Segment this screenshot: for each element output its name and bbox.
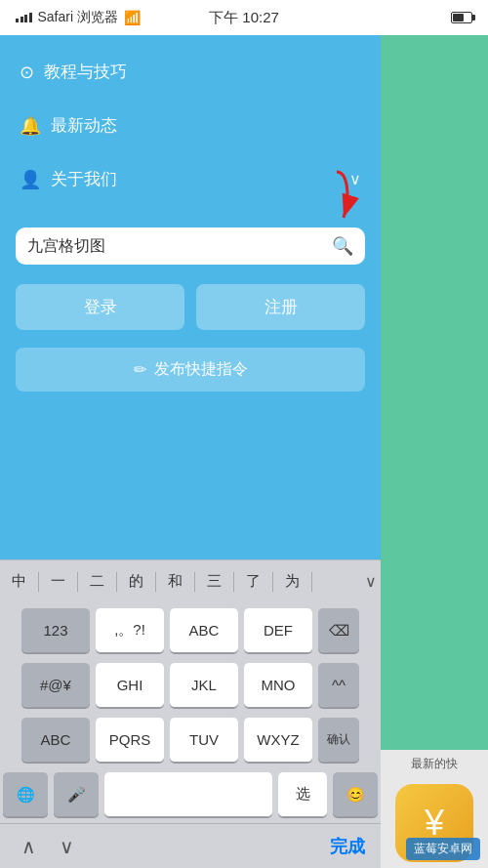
globe-icon: 🌐 xyxy=(17,786,35,804)
suggestion-he[interactable]: 和 xyxy=(160,568,190,595)
suggestion-er[interactable]: 二 xyxy=(82,568,112,595)
key-special[interactable]: #@¥ xyxy=(21,663,90,708)
publish-area: ✏ 发布快捷指令 xyxy=(0,338,381,401)
key-abc[interactable]: ABC xyxy=(170,608,238,653)
toolbar: ∧ ∨ 完成 xyxy=(0,823,381,868)
divider xyxy=(272,572,273,592)
key-mno[interactable]: MNO xyxy=(244,663,312,708)
key-backspace[interactable]: ⌫ xyxy=(318,608,359,653)
suggestion-san[interactable]: 三 xyxy=(199,568,229,595)
key-abc-switch[interactable]: ABC xyxy=(21,718,90,763)
suggestion-le[interactable]: 了 xyxy=(238,568,268,595)
key-tuv[interactable]: TUV xyxy=(170,718,238,763)
keyboard-row-2: #@¥ GHI JKL MNO ^^ xyxy=(3,663,378,708)
register-button[interactable]: 注册 xyxy=(196,284,365,330)
toolbar-nav: ∧ ∨ xyxy=(16,831,80,862)
suggestions-expand-icon[interactable]: ∨ xyxy=(365,572,377,591)
key-jkl[interactable]: JKL xyxy=(170,663,238,708)
status-time: 下午 10:27 xyxy=(209,9,279,27)
tutorials-icon: ⊙ xyxy=(20,62,34,83)
suggestions-row: 中 一 二 的 和 三 了 为 ∨ xyxy=(0,559,381,602)
right-top-banner xyxy=(381,35,488,750)
left-panel: ⊙ 教程与技巧 🔔 最新动态 👤 关于我们 ∨ 🔍 xyxy=(0,35,381,868)
suggestion-yi[interactable]: 一 xyxy=(43,568,73,595)
key-mic[interactable]: 🎤 xyxy=(54,772,99,817)
divider xyxy=(155,572,156,592)
key-123[interactable]: 123 xyxy=(21,608,90,653)
mic-icon: 🎤 xyxy=(67,786,86,804)
about-icon: 👤 xyxy=(20,169,41,190)
backspace-icon: ⌫ xyxy=(329,622,349,640)
menu-item-tutorials[interactable]: ⊙ 教程与技巧 xyxy=(0,45,381,99)
chevron-down-icon: ∨ xyxy=(60,836,74,857)
suggestion-wei[interactable]: 为 xyxy=(277,568,307,595)
search-icon[interactable]: 🔍 xyxy=(332,235,353,257)
newest-label: 最新的快 xyxy=(381,750,488,778)
key-pqrs[interactable]: PQRS xyxy=(96,718,164,763)
signal-icon xyxy=(16,13,32,22)
search-input[interactable] xyxy=(27,237,324,255)
key-punct[interactable]: ,。?! xyxy=(96,608,164,653)
key-select[interactable]: 选 xyxy=(278,772,327,817)
divider xyxy=(233,572,234,592)
keyboard-row-3: ABC PQRS TUV WXYZ 确认 xyxy=(3,718,378,763)
divider xyxy=(116,572,117,592)
news-icon: 🔔 xyxy=(20,115,41,137)
publish-icon: ✏ xyxy=(134,360,146,379)
status-bar: Safari 浏览器 📶 下午 10:27 xyxy=(0,0,488,35)
prev-button[interactable]: ∧ xyxy=(16,831,42,862)
status-right xyxy=(451,12,472,23)
action-buttons: 登录 注册 xyxy=(0,284,381,330)
done-button[interactable]: 完成 xyxy=(330,835,365,858)
wifi-icon: 📶 xyxy=(124,10,141,25)
battery-icon xyxy=(451,12,472,23)
suggestion-zhong[interactable]: 中 xyxy=(4,568,34,595)
key-ghi[interactable]: GHI xyxy=(96,663,164,708)
return-label: 确认 xyxy=(327,731,350,748)
divider xyxy=(38,572,39,592)
key-def[interactable]: DEF xyxy=(244,608,312,653)
right-panel: 最新的快 ¥ xyxy=(381,35,488,868)
publish-label: 发布快捷指令 xyxy=(154,359,248,380)
status-carrier: Safari 浏览器 📶 xyxy=(16,9,141,26)
menu-item-about[interactable]: 👤 关于我们 ∨ xyxy=(0,152,381,206)
tutorials-label: 教程与技巧 xyxy=(44,61,361,83)
news-label: 最新动态 xyxy=(51,114,361,137)
next-button[interactable]: ∨ xyxy=(54,831,80,862)
search-bar: 🔍 xyxy=(16,227,365,265)
key-space[interactable] xyxy=(104,772,272,817)
login-button[interactable]: 登录 xyxy=(16,284,184,330)
chevron-down-icon: ∨ xyxy=(349,170,361,188)
app-container: ⊙ 教程与技巧 🔔 最新动态 👤 关于我们 ∨ 🔍 xyxy=(0,35,488,868)
divider xyxy=(194,572,195,592)
keyboard-row-1: 123 ,。?! ABC DEF ⌫ xyxy=(3,608,378,653)
key-face[interactable]: 😊 xyxy=(333,772,378,817)
carrier-label: Safari 浏览器 xyxy=(38,9,118,26)
publish-button[interactable]: ✏ 发布快捷指令 xyxy=(16,348,365,392)
divider xyxy=(311,572,312,592)
select-label: 选 xyxy=(296,785,310,804)
keyboard-row-4: 🌐 🎤 选 😊 xyxy=(3,772,378,817)
divider xyxy=(77,572,78,592)
watermark: 蓝莓安卓网 xyxy=(406,838,480,860)
suggestion-de[interactable]: 的 xyxy=(121,568,151,595)
key-return[interactable]: 确认 xyxy=(318,718,359,763)
key-caret[interactable]: ^^ xyxy=(318,663,359,708)
menu-list: ⊙ 教程与技巧 🔔 最新动态 👤 关于我们 ∨ xyxy=(0,35,381,216)
keyboard-body: 123 ,。?! ABC DEF ⌫ xyxy=(0,602,381,823)
about-label: 关于我们 xyxy=(51,168,340,190)
key-globe[interactable]: 🌐 xyxy=(3,772,48,817)
key-wxyz[interactable]: WXYZ xyxy=(244,718,312,763)
chevron-up-icon: ∧ xyxy=(21,836,36,857)
face-icon: 😊 xyxy=(346,786,365,804)
search-area: 🔍 xyxy=(0,216,381,276)
keyboard-area: 中 一 二 的 和 三 了 为 ∨ xyxy=(0,559,381,823)
menu-item-news[interactable]: 🔔 最新动态 xyxy=(0,99,381,152)
